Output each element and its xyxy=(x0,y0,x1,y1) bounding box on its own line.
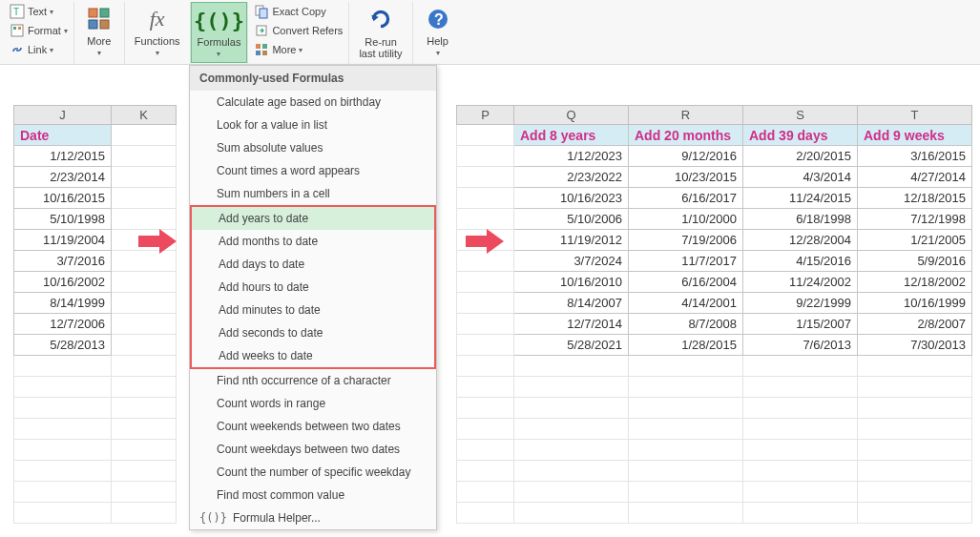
cell[interactable]: 3/7/2016 xyxy=(14,251,112,272)
add-weeks-header[interactable]: Add 9 weeks xyxy=(858,125,972,146)
cell[interactable]: 7/12/1998 xyxy=(858,209,972,230)
cell[interactable]: 3/16/2015 xyxy=(858,146,972,167)
cell[interactable] xyxy=(14,377,112,398)
cell[interactable] xyxy=(743,461,858,482)
col-header-s[interactable]: S xyxy=(743,106,858,125)
cell[interactable] xyxy=(743,377,858,398)
help-button[interactable]: ? Help ▾ xyxy=(417,2,459,63)
cell[interactable] xyxy=(14,482,112,503)
date-header-cell[interactable]: Date xyxy=(14,125,112,146)
cell[interactable]: 10/16/2015 xyxy=(14,188,112,209)
cell[interactable] xyxy=(14,440,112,461)
cell[interactable] xyxy=(514,356,629,377)
cell[interactable]: 5/28/2021 xyxy=(514,335,629,356)
cell[interactable] xyxy=(743,356,858,377)
exact-copy-button[interactable]: Exact Copy xyxy=(252,2,344,21)
cell[interactable] xyxy=(457,419,514,440)
cell[interactable] xyxy=(112,419,177,440)
cell[interactable]: 11/24/2015 xyxy=(743,188,858,209)
cell[interactable]: 10/16/2023 xyxy=(514,188,629,209)
cell[interactable]: 5/9/2016 xyxy=(858,251,972,272)
cell[interactable]: 3/7/2024 xyxy=(514,251,629,272)
cell[interactable]: 1/21/2005 xyxy=(858,230,972,251)
col-header-p[interactable]: P xyxy=(457,106,514,125)
cell[interactable] xyxy=(14,419,112,440)
link-menu[interactable]: Link ▾ xyxy=(8,40,70,59)
cell[interactable] xyxy=(457,503,514,524)
cell[interactable]: 5/10/2006 xyxy=(514,209,629,230)
cell[interactable] xyxy=(457,335,514,356)
menu-sum-cell[interactable]: Sum numbers in a cell xyxy=(190,182,436,205)
cell[interactable] xyxy=(743,503,858,524)
cell[interactable] xyxy=(629,377,743,398)
cell[interactable] xyxy=(457,440,514,461)
cell[interactable] xyxy=(629,356,743,377)
cell[interactable]: 6/18/1998 xyxy=(743,209,858,230)
menu-formula-helper[interactable]: {()} Formula Helper... xyxy=(190,506,436,529)
cell[interactable] xyxy=(112,440,177,461)
cell[interactable]: 10/16/1999 xyxy=(858,293,972,314)
cell[interactable]: 5/28/2013 xyxy=(14,335,112,356)
cell[interactable]: 12/18/2002 xyxy=(858,272,972,293)
cell[interactable] xyxy=(629,398,743,419)
cell[interactable] xyxy=(457,356,514,377)
menu-lookup[interactable]: Look for a value in list xyxy=(190,114,436,136)
cell[interactable]: 1/12/2015 xyxy=(14,146,112,167)
cell[interactable] xyxy=(14,356,112,377)
cell[interactable] xyxy=(858,356,972,377)
cell[interactable] xyxy=(457,125,514,146)
menu-add-hours[interactable]: Add hours to date xyxy=(190,276,436,299)
cell[interactable] xyxy=(112,377,177,398)
cell[interactable]: 2/23/2022 xyxy=(514,167,629,188)
cell[interactable] xyxy=(457,188,514,209)
cell[interactable]: 10/16/2010 xyxy=(514,272,629,293)
cell[interactable]: 1/12/2023 xyxy=(514,146,629,167)
cell[interactable] xyxy=(112,503,177,524)
menu-add-minutes[interactable]: Add minutes to date xyxy=(190,299,436,321)
cell[interactable]: 10/23/2015 xyxy=(629,167,743,188)
cell[interactable] xyxy=(112,461,177,482)
formulas-button[interactable]: {()} Formulas ▾ xyxy=(191,2,248,63)
menu-count-words[interactable]: Count words in range xyxy=(190,392,436,415)
add-days-header[interactable]: Add 39 days xyxy=(743,125,858,146)
cell[interactable] xyxy=(743,482,858,503)
cell[interactable] xyxy=(112,272,177,293)
cell[interactable] xyxy=(112,167,177,188)
cell[interactable] xyxy=(457,293,514,314)
cell[interactable]: 1/28/2015 xyxy=(629,335,743,356)
cell[interactable] xyxy=(457,482,514,503)
cell[interactable]: 2/8/2007 xyxy=(858,314,972,335)
cell[interactable] xyxy=(457,461,514,482)
cell[interactable] xyxy=(514,482,629,503)
cell[interactable]: 12/18/2015 xyxy=(858,188,972,209)
cell[interactable] xyxy=(14,398,112,419)
cell[interactable] xyxy=(629,461,743,482)
format-menu[interactable]: Format ▾ xyxy=(8,21,70,40)
menu-count-weekends[interactable]: Count weekends between two dates xyxy=(190,415,436,438)
col-header-q[interactable]: Q xyxy=(514,106,629,125)
add-years-header[interactable]: Add 8 years xyxy=(514,125,629,146)
cell[interactable]: 8/7/2008 xyxy=(629,314,743,335)
cell[interactable] xyxy=(457,209,514,230)
more2-button[interactable]: More ▾ xyxy=(252,40,344,59)
menu-find-nth[interactable]: Find nth occurrence of a character xyxy=(190,369,436,392)
cell[interactable] xyxy=(858,482,972,503)
cell[interactable] xyxy=(858,398,972,419)
menu-count-specific[interactable]: Count the number of specific weekday xyxy=(190,461,436,484)
cell[interactable]: 5/10/1998 xyxy=(14,209,112,230)
cell[interactable] xyxy=(112,125,177,146)
cell[interactable]: 8/14/2007 xyxy=(514,293,629,314)
cell[interactable] xyxy=(858,461,972,482)
cell[interactable]: 2/20/2015 xyxy=(743,146,858,167)
cell[interactable] xyxy=(858,419,972,440)
cell[interactable] xyxy=(858,377,972,398)
cell[interactable]: 1/10/2000 xyxy=(629,209,743,230)
cell[interactable] xyxy=(112,398,177,419)
cell[interactable] xyxy=(112,209,177,230)
cell[interactable]: 7/6/2013 xyxy=(743,335,858,356)
cell[interactable] xyxy=(112,482,177,503)
cell[interactable]: 6/16/2017 xyxy=(629,188,743,209)
cell[interactable]: 4/27/2014 xyxy=(858,167,972,188)
cell[interactable] xyxy=(112,314,177,335)
cell[interactable]: 12/7/2006 xyxy=(14,314,112,335)
